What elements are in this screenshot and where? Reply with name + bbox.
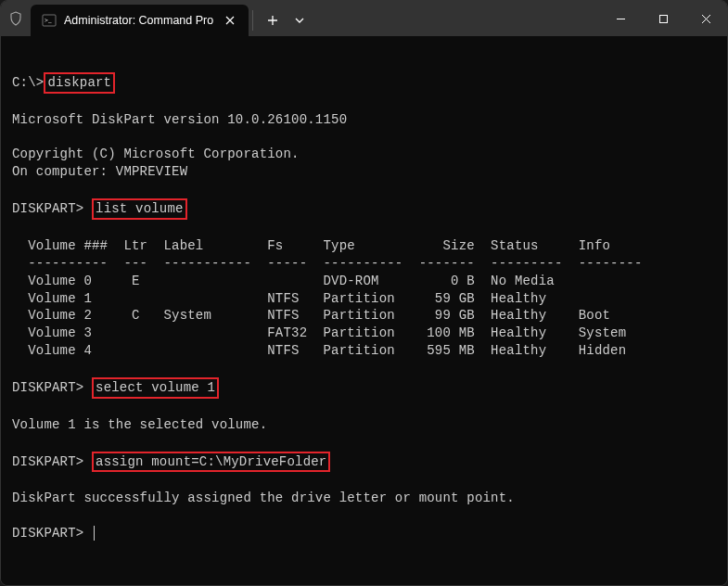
maximize-button[interactable] — [642, 1, 684, 36]
terminal-output[interactable]: C:\>diskpart Microsoft DiskPart version … — [1, 36, 727, 585]
table-row: Volume 3 FAT32 Partition 100 MB Healthy … — [12, 325, 626, 340]
app-shield-icon — [1, 1, 31, 36]
line-select-response: Volume 1 is the selected volume. — [12, 417, 267, 432]
line-list-volume: DISKPART> list volume — [12, 201, 187, 216]
cmd-icon: >_ — [42, 13, 57, 28]
tab-active[interactable]: >_ Administrator: Command Pro — [31, 5, 249, 36]
line-assign-response: DiskPart successfully assigned the drive… — [12, 490, 515, 505]
tab-title: Administrator: Command Pro — [64, 14, 213, 27]
line-select-volume: DISKPART> select volume 1 — [12, 380, 219, 395]
table-row: Volume 0 E DVD-ROM 0 B No Media — [12, 274, 579, 288]
minimize-button[interactable] — [599, 1, 642, 36]
line-copyright: Copyright (C) Microsoft Corporation. — [12, 146, 300, 161]
titlebar-drag-region[interactable] — [311, 1, 599, 36]
line-final-prompt: DISKPART> — [12, 526, 95, 541]
volume-table-header: Volume ### Ltr Label Fs Type Size Status… — [12, 238, 610, 253]
table-row: Volume 4 NTFS Partition 595 MB Healthy H… — [12, 343, 626, 358]
line-assign: DISKPART> assign mount=C:\MyDriveFolder — [12, 454, 330, 469]
new-tab-button[interactable] — [257, 5, 288, 36]
line-computer: On computer: VMPREVIEW — [12, 164, 187, 179]
svg-rect-2 — [659, 15, 667, 22]
line-version: Microsoft DiskPart version 10.0.26100.11… — [12, 112, 347, 127]
highlight-diskpart: diskpart — [44, 72, 115, 94]
volume-table-divider: ---------- --- ----------- ----- -------… — [12, 256, 643, 271]
line-prompt-diskpart: C:\>diskpart — [12, 75, 115, 90]
close-button[interactable] — [684, 1, 727, 36]
highlight-list-volume: list volume — [92, 198, 187, 220]
cursor — [94, 526, 95, 541]
highlight-select-volume: select volume 1 — [92, 377, 219, 399]
tab-close-button[interactable] — [221, 11, 239, 30]
svg-text:>_: >_ — [45, 17, 52, 24]
tab-dropdown-button[interactable] — [288, 5, 311, 36]
table-row: Volume 2 C System NTFS Partition 99 GB H… — [12, 308, 610, 323]
window-controls — [599, 1, 727, 36]
tab-divider — [252, 10, 253, 31]
highlight-assign: assign mount=C:\MyDriveFolder — [92, 452, 330, 473]
table-row: Volume 1 NTFS Partition 59 GB Healthy — [12, 291, 579, 306]
titlebar: >_ Administrator: Command Pro — [1, 1, 727, 36]
